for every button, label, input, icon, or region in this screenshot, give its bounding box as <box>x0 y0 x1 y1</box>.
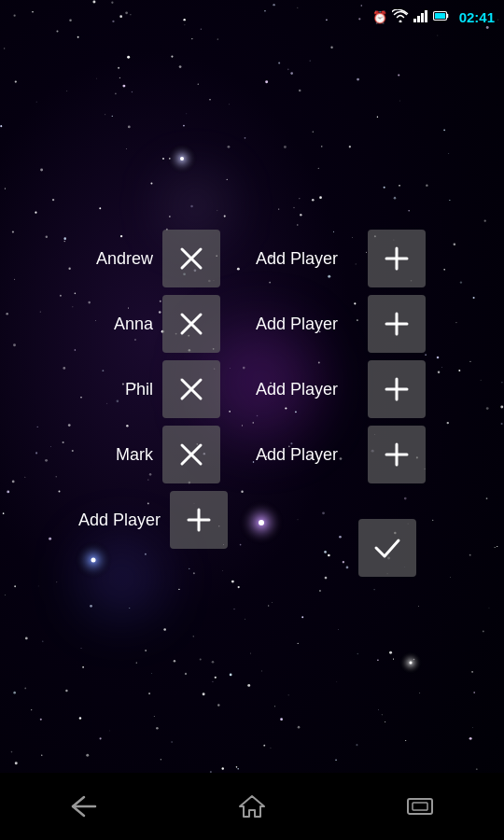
add-player-label-3: Add Player <box>256 380 358 399</box>
add-player-row-4: Add Player <box>256 426 426 483</box>
player-name-mark: Mark <box>78 445 153 465</box>
player-name-phil: Phil <box>78 380 153 399</box>
signal-icon <box>413 9 428 25</box>
checkmark-icon <box>372 533 402 563</box>
add-player-button-2[interactable] <box>368 295 426 353</box>
x-icon <box>177 245 205 273</box>
plus-icon <box>383 375 411 403</box>
players-layout: Andrew Anna <box>78 230 426 577</box>
back-button[interactable] <box>56 788 112 825</box>
player-row-phil: Phil <box>78 360 228 418</box>
add-player-row-2: Add Player <box>256 295 426 353</box>
add-player-label-1: Add Player <box>256 249 358 269</box>
svg-rect-27 <box>413 803 427 810</box>
player-name-andrew: Andrew <box>78 249 153 269</box>
recents-button[interactable] <box>392 788 448 825</box>
confirm-area <box>256 519 426 577</box>
player-row-mark: Mark <box>78 426 228 483</box>
add-player-left-button[interactable] <box>170 491 228 549</box>
svg-rect-3 <box>425 10 427 22</box>
add-player-button-1[interactable] <box>368 230 426 287</box>
wifi-icon <box>392 9 409 25</box>
add-player-label-2: Add Player <box>256 315 358 334</box>
add-player-button-3[interactable] <box>368 360 426 418</box>
svg-rect-1 <box>417 16 420 22</box>
battery-icon <box>433 10 450 24</box>
add-player-row-3: Add Player <box>256 360 426 418</box>
svg-rect-0 <box>413 19 416 22</box>
x-icon <box>177 441 205 469</box>
main-content: Andrew Anna <box>0 34 504 773</box>
confirm-button[interactable] <box>358 519 416 577</box>
home-button[interactable] <box>224 788 280 825</box>
player-row-andrew: Andrew <box>78 230 228 287</box>
add-player-label-left: Add Player <box>78 511 161 530</box>
alarm-icon: ⏰ <box>372 10 387 24</box>
add-player-row-1: Add Player <box>256 230 426 287</box>
remove-mark-button[interactable] <box>162 426 220 483</box>
x-icon <box>177 375 205 403</box>
left-player-column: Andrew Anna <box>78 230 228 549</box>
remove-andrew-button[interactable] <box>162 230 220 287</box>
svg-rect-5 <box>435 13 445 19</box>
status-bar: ⏰ 02:41 <box>0 0 504 34</box>
status-time: 02:41 <box>459 9 495 25</box>
plus-icon <box>185 506 213 534</box>
nav-bar <box>0 773 504 840</box>
right-player-column: Add Player Add Player <box>256 230 426 577</box>
player-row-anna: Anna <box>78 295 228 353</box>
add-player-button-4[interactable] <box>368 426 426 483</box>
plus-icon <box>383 441 411 469</box>
svg-rect-26 <box>408 799 432 814</box>
player-name-anna: Anna <box>78 315 153 334</box>
remove-phil-button[interactable] <box>162 360 220 418</box>
player-row-add-left: Add Player <box>78 491 228 549</box>
x-icon <box>177 310 205 338</box>
svg-marker-25 <box>240 796 264 817</box>
plus-icon <box>383 245 411 273</box>
remove-anna-button[interactable] <box>162 295 220 353</box>
svg-rect-2 <box>421 13 424 22</box>
plus-icon <box>383 310 411 338</box>
status-icons: ⏰ 02:41 <box>372 9 495 25</box>
add-player-label-4: Add Player <box>256 445 358 465</box>
